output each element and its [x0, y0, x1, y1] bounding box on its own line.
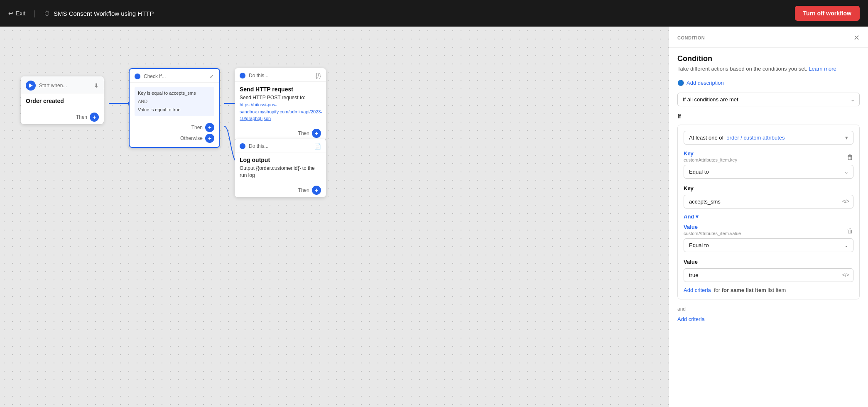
key-operator-wrapper[interactable]: Equal to Not equal to: [684, 165, 853, 179]
condition-2: Value is equal to true: [138, 106, 211, 114]
key-operator-select[interactable]: Equal to Not equal to: [684, 165, 853, 179]
do-http-header-title: Do this...: [249, 73, 268, 78]
do-http-header: Do this... {/}: [235, 68, 326, 82]
canvas[interactable]: Start when... ⬇ Order created Then + Che…: [0, 27, 669, 407]
add-desc-label: Add description: [687, 80, 724, 86]
do-http-add-button[interactable]: +: [312, 129, 321, 138]
panel-body: Condition Take different actions based o…: [669, 48, 868, 407]
add-criteria-bottom-button[interactable]: Add criteria: [677, 316, 705, 322]
panel-desc-text: Take different actions based on the cond…: [677, 66, 807, 72]
workflow-title: SMS Consent Workflow using HTTP: [54, 10, 154, 17]
otherwise-add-button[interactable]: +: [205, 134, 214, 143]
start-add-button[interactable]: +: [90, 113, 99, 122]
add-criteria-row: Add criteria for for same list item list…: [684, 287, 853, 293]
do-log-node[interactable]: Do this... 📄 Log output Output {{order.c…: [235, 139, 326, 197]
condition-box: At least one of order / custom attribute…: [677, 125, 860, 299]
key-value-input[interactable]: [684, 195, 853, 208]
key-delete-button[interactable]: 🗑: [847, 154, 853, 161]
do-log-header-title: Do this...: [249, 143, 268, 149]
value-input-wrapper: </>: [684, 268, 853, 282]
and-toggle[interactable]: And ▾: [684, 213, 853, 220]
topbar: ↩ Exit | ⏱ SMS Consent Workflow using HT…: [0, 0, 868, 27]
at-least-text: At least one of order / custom attribute…: [689, 135, 785, 141]
add-criteria-link[interactable]: Add criteria: [684, 287, 711, 293]
add-description-button[interactable]: 🔵 Add description: [677, 80, 724, 86]
and-section-label: and: [677, 306, 860, 312]
and-chevron-icon: ▾: [696, 213, 699, 220]
main-layout: Start when... ⬇ Order created Then + Che…: [0, 27, 868, 407]
check-node[interactable]: Check if... ✓ Key is equal to accepts_sm…: [129, 68, 220, 148]
condition-dropdown-wrapper[interactable]: If all conditions are met If any conditi…: [677, 93, 860, 106]
value-operator-select[interactable]: Equal to Not equal to: [684, 238, 853, 252]
do-log-then-label: Then: [298, 187, 309, 193]
do-log-subtitle: Output {{order.customer.id}} to the run …: [240, 165, 321, 179]
start-node-save-icon: ⬇: [94, 82, 99, 89]
learn-more-link[interactable]: Learn more: [809, 66, 836, 72]
start-node-header: Start when... ⬇: [21, 76, 104, 93]
exit-icon: ↩: [8, 10, 13, 17]
then-add-button[interactable]: +: [205, 123, 214, 132]
do-http-url[interactable]: https://bitossi-pos-sandbox.myshopify.co…: [240, 102, 322, 121]
add-desc-icon: 🔵: [677, 80, 684, 86]
condition-dropdown[interactable]: If all conditions are met If any conditi…: [677, 93, 860, 106]
if-label: If: [677, 113, 860, 120]
check-node-icon: ✓: [209, 73, 214, 80]
do-http-body: Send HTTP request Send HTTP POST request…: [235, 82, 326, 126]
turn-off-label: Turn off workflow: [803, 10, 851, 17]
value-input[interactable]: [684, 268, 853, 282]
start-node[interactable]: Start when... ⬇ Order created Then +: [21, 76, 104, 124]
right-panel: CONDITION ✕ Condition Take different act…: [669, 27, 868, 407]
value-field-group: Value customAttributes_item.value 🗑 Equa…: [684, 224, 853, 282]
value-input-group: Value </>: [684, 259, 853, 282]
panel-title: Condition: [677, 54, 860, 63]
check-dot: [135, 74, 140, 79]
panel-header: CONDITION ✕: [669, 27, 868, 48]
at-least-row[interactable]: At least one of order / custom attribute…: [684, 131, 853, 145]
svg-marker-3: [29, 83, 33, 88]
check-node-footer: Then + Otherwise +: [130, 120, 219, 147]
do-log-add-button[interactable]: +: [312, 186, 321, 195]
do-log-icon: 📄: [314, 143, 321, 150]
turn-off-button[interactable]: Turn off workflow: [795, 6, 860, 21]
log-dot: [240, 143, 245, 149]
panel-section-label: CONDITION: [677, 35, 705, 40]
otherwise-label: Otherwise: [180, 135, 203, 141]
key-value-group: Key </>: [684, 185, 853, 208]
do-http-subtitle: Send HTTP POST request to: https://bitos…: [240, 94, 321, 122]
divider: |: [34, 9, 36, 18]
start-icon: [26, 81, 36, 91]
value-field-sublabel: customAttributes_item.value: [684, 231, 741, 236]
key-value-label: Key: [684, 185, 853, 191]
do-http-node[interactable]: Do this... {/} Send HTTP request Send HT…: [235, 68, 326, 140]
check-node-header: Check if... ✓: [130, 69, 219, 83]
do-http-icon: {/}: [316, 72, 321, 79]
do-log-header: Do this... 📄: [235, 139, 326, 152]
value-field-label: Value: [684, 224, 741, 230]
and-label-text: And: [684, 213, 694, 220]
do-log-title: Log output: [240, 157, 321, 163]
key-field-group: Key customAttributes_item.key 🗑 Equal to…: [684, 150, 853, 208]
panel-desc: Take different actions based on the cond…: [677, 65, 860, 73]
do-http-title: Send HTTP request: [240, 86, 321, 93]
exit-button[interactable]: ↩ Exit: [8, 10, 25, 17]
start-node-title: Order created: [26, 98, 99, 104]
add-criteria-bottom-label: Add criteria: [677, 316, 705, 322]
start-node-header-title: Start when...: [39, 83, 67, 88]
same-label: for same list item: [722, 287, 766, 293]
do-log-footer: Then +: [235, 183, 326, 197]
then-label: Then: [191, 125, 203, 130]
http-dot: [240, 73, 245, 78]
do-http-then-label: Then: [298, 130, 309, 136]
panel-close-button[interactable]: ✕: [853, 33, 860, 42]
condition-and: AND: [138, 98, 211, 106]
key-field-label: Key: [684, 150, 737, 157]
value-operator-wrapper[interactable]: Equal to Not equal to: [684, 238, 853, 252]
chevron-down-icon: ▾: [845, 135, 848, 141]
key-value-input-wrapper: </>: [684, 195, 853, 208]
code-icon: </>: [842, 199, 849, 204]
do-http-subtitle-text: Send HTTP POST request to:: [240, 95, 305, 101]
value-delete-button[interactable]: 🗑: [847, 227, 853, 235]
value-code-icon: </>: [842, 272, 849, 278]
start-node-footer: Then +: [21, 110, 104, 124]
start-then-label: Then: [76, 114, 87, 120]
